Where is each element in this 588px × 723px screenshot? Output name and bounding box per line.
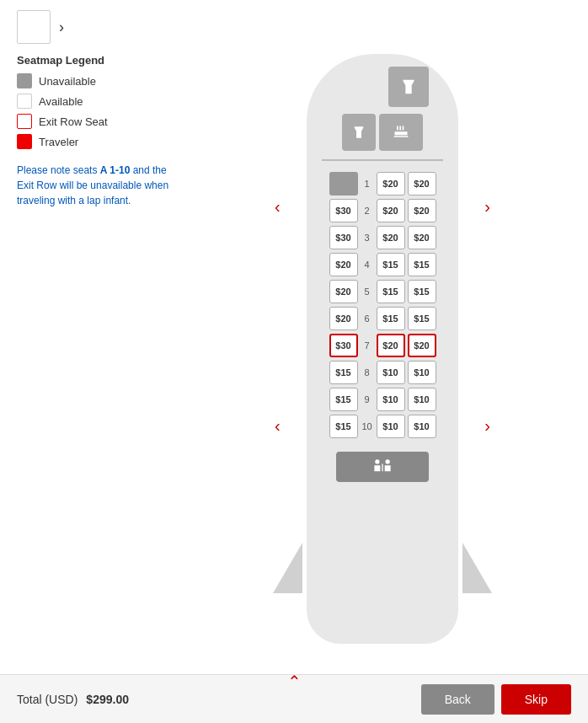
plane-body: 1$20$20$302$20$20$303$20$20$204$15$15$20… [307, 54, 458, 644]
plane-top-section [307, 62, 458, 170]
row-num-8: 8 [361, 367, 374, 378]
seat-row6-2[interactable]: $15 [377, 307, 405, 330]
seat-row2-2[interactable]: $20 [377, 199, 405, 222]
seat-row9-2[interactable]: $10 [377, 388, 405, 411]
seat-row1-3[interactable]: $20 [408, 172, 436, 195]
seat-row3-2[interactable]: $20 [377, 226, 405, 249]
row-num-3: 3 [361, 233, 374, 243]
seat-row6-3[interactable]: $15 [408, 307, 436, 330]
seat-row-8: $158$10$10 [307, 361, 458, 384]
seat-row5-3[interactable]: $15 [408, 280, 436, 303]
seat-row4-3[interactable]: $15 [408, 253, 436, 276]
seat-row7-3[interactable]: $20 [408, 334, 436, 357]
back-button[interactable]: Back [421, 684, 494, 715]
legend-box-unavailable [17, 73, 32, 88]
footer-total-amount: $299.00 [86, 693, 129, 706]
closet-small-left [342, 114, 376, 151]
legend-item-traveler: Traveler [17, 134, 185, 149]
seat-row3-1[interactable]: $30 [329, 226, 358, 249]
svg-point-0 [375, 459, 379, 463]
seat-row1-2[interactable]: $20 [377, 172, 405, 195]
arrow-left-exit[interactable]: ‹ [275, 416, 281, 436]
row-num-10: 10 [361, 421, 374, 431]
tray-icon [379, 114, 423, 151]
seat-row-10: $1510$10$10 [307, 415, 458, 438]
legend-label-available: Available [39, 95, 83, 108]
seat-row9-1[interactable]: $15 [329, 388, 358, 411]
bathroom-bar [336, 452, 429, 482]
seat-row7-1[interactable]: $30 [329, 334, 358, 357]
legend-label-exit-row: Exit Row Seat [39, 115, 108, 128]
footer: ⌃ Total (USD) $299.00 Back Skip [0, 674, 588, 723]
legend-item-exit-row: Exit Row Seat [17, 114, 185, 129]
seat-row5-1[interactable]: $20 [329, 280, 358, 303]
row-num-4: 4 [361, 260, 374, 270]
seat-row-2: $302$20$20 [307, 199, 458, 222]
row-num-5: 5 [361, 287, 374, 297]
seat-row6-1[interactable]: $20 [329, 307, 358, 330]
seat-row10-2[interactable]: $10 [377, 415, 405, 438]
arrow-right-exit[interactable]: › [484, 416, 490, 436]
seat-row-1: 1$20$20 [307, 172, 458, 195]
row-num-1: 1 [361, 179, 374, 189]
row-num-2: 2 [361, 206, 374, 216]
seat-row3-3[interactable]: $20 [408, 226, 436, 249]
seat-row2-1[interactable]: $30 [329, 199, 358, 222]
arrow-right-top[interactable]: › [484, 197, 490, 217]
divider-line [322, 159, 443, 161]
seat-row8-2[interactable]: $10 [377, 361, 405, 384]
tail-wing-right [462, 543, 492, 593]
plane-outer: ‹ › ‹ › [298, 54, 467, 644]
legend-item-available: Available [17, 94, 185, 109]
info-bold: A 1-10 [100, 164, 131, 176]
seat-row5-2[interactable]: $15 [377, 280, 405, 303]
seat-row8-1[interactable]: $15 [329, 361, 358, 384]
seat-row10-1[interactable]: $15 [329, 415, 358, 438]
nav-chevron-icon[interactable]: › [59, 19, 64, 36]
legend-item-unavailable: Unavailable [17, 73, 185, 88]
legend-label-traveler: Traveler [39, 136, 78, 148]
legend-box-traveler [17, 134, 32, 149]
seat-row10-3[interactable]: $10 [408, 415, 436, 438]
seat-row-6: $206$15$15 [307, 307, 458, 330]
seat-row1-1 [329, 172, 358, 195]
seat-rows-area: 1$20$20$302$20$20$303$20$20$204$15$15$20… [307, 170, 458, 443]
skip-button[interactable]: Skip [501, 684, 571, 715]
row-num-9: 9 [361, 394, 374, 404]
legend-box-available [17, 94, 32, 109]
info-text: Please note seats A 1-10 and the Exit Ro… [17, 163, 185, 208]
seat-row-4: $204$15$15 [307, 253, 458, 276]
seat-row2-3[interactable]: $20 [408, 199, 436, 222]
seat-row-3: $303$20$20 [307, 226, 458, 249]
seat-row-7: $307$20$20 [307, 334, 458, 357]
closet-tray-row [342, 114, 423, 151]
footer-up-arrow[interactable]: ⌃ [287, 672, 302, 692]
closet-icon-top [388, 67, 429, 107]
seat-row9-3[interactable]: $10 [408, 388, 436, 411]
legend-panel: Seatmap Legend Unavailable Available Exi… [17, 54, 185, 644]
header-nav: › [0, 0, 588, 54]
legend-label-unavailable: Unavailable [39, 75, 96, 88]
seatmap-container: ‹ › ‹ › [194, 54, 571, 644]
seat-row7-2[interactable]: $20 [377, 334, 405, 357]
seat-row-5: $205$15$15 [307, 280, 458, 303]
legend-title: Seatmap Legend [17, 54, 185, 67]
legend-box-exit-row [17, 114, 32, 129]
arrow-left-top[interactable]: ‹ [275, 197, 281, 217]
row-num-6: 6 [361, 313, 374, 324]
tail-wing-left [273, 543, 302, 593]
seat-row-9: $159$10$10 [307, 388, 458, 411]
seat-row4-1[interactable]: $20 [329, 253, 358, 276]
row-num-7: 7 [361, 340, 374, 351]
footer-total-label: Total (USD) [17, 693, 78, 706]
seat-row8-3[interactable]: $10 [408, 361, 436, 384]
seat-row4-2[interactable]: $15 [377, 253, 405, 276]
nav-back-square[interactable] [17, 10, 51, 44]
main-content: Seatmap Legend Unavailable Available Exi… [0, 54, 588, 644]
svg-point-1 [386, 459, 390, 463]
